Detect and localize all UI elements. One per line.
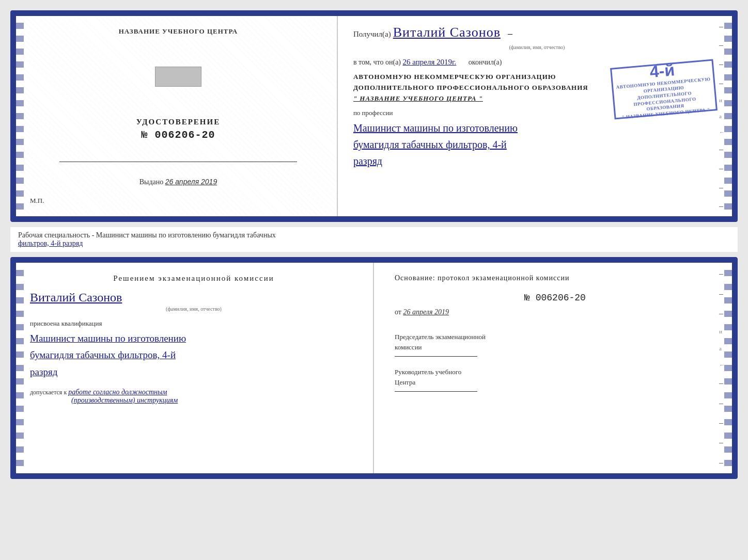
ot-prefix: от bbox=[395, 308, 401, 316]
fio-subtitle-top: (фамилия, имя, отчество) bbox=[353, 44, 721, 50]
osnovanie-title: Основание: протокол экзаменационной коми… bbox=[395, 274, 715, 282]
left-border-texture-bottom bbox=[16, 263, 24, 473]
stamp-large-number: 4-й bbox=[649, 61, 675, 82]
profession-top: Машинист машины по изготовлению бумагидл… bbox=[353, 120, 721, 169]
middle-label: Рабочая специальность - Машинист машины … bbox=[10, 227, 738, 252]
prisvoena-label: присвоена квалификация bbox=[30, 319, 357, 328]
stamp: 4-й АВТОНОМНУЮ НЕКОММЕРЧЕСКУЮ ОРГАНИЗАЦИ… bbox=[610, 59, 718, 119]
cert-number-top: № 006206-20 bbox=[141, 129, 215, 141]
mp-label: М.П. bbox=[30, 186, 44, 205]
right-border-texture-bottom bbox=[724, 263, 732, 473]
vydano-line: Выдано 26 апреля 2019 bbox=[139, 178, 217, 186]
poluchil-prefix: Получил(а) bbox=[353, 30, 391, 38]
protokol-number: № 006206-20 bbox=[395, 293, 715, 303]
vtom-date: 26 апреля 2019г. bbox=[403, 58, 457, 66]
photo-box bbox=[155, 67, 201, 87]
dopuskaetsya-val2: (производственным) инструкциям bbox=[71, 396, 178, 404]
qual-line3: разряд bbox=[30, 364, 357, 380]
profession-line3-top: разряд bbox=[353, 153, 721, 169]
top-cert-left: НАЗВАНИЕ УЧЕБНОГО ЦЕНТРА УДОСТОВЕРЕНИЕ №… bbox=[12, 12, 338, 220]
top-certificate: НАЗВАНИЕ УЧЕБНОГО ЦЕНТРА УДОСТОВЕРЕНИЕ №… bbox=[10, 10, 738, 222]
right-border-texture bbox=[724, 16, 732, 216]
dopuskaetsya-block: допускается к работе согласно должностны… bbox=[30, 388, 357, 405]
vydano-date: 26 апреля 2019 bbox=[165, 178, 217, 186]
qual-line1: Машинист машины по изготовлению bbox=[30, 330, 357, 347]
vydano-prefix: Выдано bbox=[139, 178, 164, 186]
okonchil: окончил(а) bbox=[469, 58, 502, 66]
qual-line2: бумагидля табачных фильтров, 4-й bbox=[30, 347, 357, 363]
recipient-name-bottom: Виталий Сазонов bbox=[30, 291, 357, 305]
predsedatel-label: Председатель экзаменационной комиссии bbox=[395, 332, 715, 352]
rukovoditel-signature-line bbox=[395, 391, 477, 392]
school-name-label-top: НАЗВАНИЕ УЧЕБНОГО ЦЕНТРА bbox=[119, 27, 238, 36]
middle-text-prefix: Рабочая специальность - Машинист машины … bbox=[18, 231, 276, 239]
profession-line1-top: Машинист машины по изготовлению bbox=[353, 120, 721, 136]
top-cert-right: –––– и а ← –––– 4-й АВТОНОМНУЮ НЕКОММЕРЧ… bbox=[338, 12, 736, 220]
left-border-texture bbox=[16, 16, 24, 216]
bottom-certificate: Решением экзаменационной комиссии Витали… bbox=[10, 257, 738, 479]
dopuskaetsya-prefix: допускается к bbox=[30, 389, 67, 396]
bottom-cert-right: ––– и а ← ––––– Основание: протокол экза… bbox=[374, 259, 736, 477]
rukovoditel-label: Руководитель учебного Центра bbox=[395, 367, 715, 387]
profession-line2-top: бумагидля табачных фильтров, 4-й bbox=[353, 136, 721, 153]
divider-1 bbox=[59, 162, 297, 162]
udostoverenie-label: УДОСТОВЕРЕНИЕ bbox=[136, 118, 221, 126]
resheniyem-title: Решением экзаменационной комиссии bbox=[30, 274, 357, 283]
middle-text-underline: фильтров, 4-й разряд bbox=[18, 239, 83, 247]
qualification-block: Машинист машины по изготовлению бумагидл… bbox=[30, 330, 357, 380]
recipient-bottom-block: Виталий Сазонов bbox=[30, 291, 357, 305]
dash-top: – bbox=[508, 28, 512, 39]
fio-subtitle-bottom: (фамилия, имя, отчество) bbox=[30, 306, 357, 312]
page-wrapper: НАЗВАНИЕ УЧЕБНОГО ЦЕНТРА УДОСТОВЕРЕНИЕ №… bbox=[10, 10, 738, 479]
ot-date-val: 26 апреля 2019 bbox=[403, 308, 448, 316]
predsedatel-signature-line bbox=[395, 356, 477, 357]
dopuskaetsya-val: работе согласно должностным bbox=[68, 388, 167, 396]
poluchil-block: Получил(а) Виталий Сазонов – bbox=[353, 25, 721, 40]
ot-date-block: от 26 апреля 2019 bbox=[395, 308, 715, 316]
vtom-prefix: в том, что он(а) bbox=[353, 58, 401, 66]
recipient-name-top: Виталий Сазонов bbox=[393, 25, 501, 40]
bottom-cert-left: Решением экзаменационной комиссии Витали… bbox=[12, 259, 374, 477]
